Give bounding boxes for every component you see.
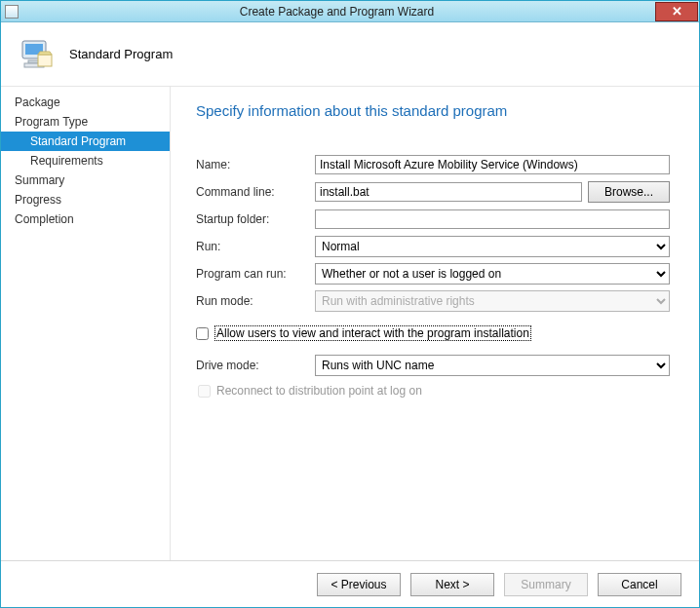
title-bar: Create Package and Program Wizard ✕ [1,1,699,22]
sidebar-item-program-type[interactable]: Program Type [1,112,170,132]
name-input[interactable] [315,155,670,174]
close-icon: ✕ [672,4,682,19]
run-label: Run: [196,240,315,253]
allow-interact-checkbox[interactable] [196,327,209,340]
wizard-header: Standard Program [1,22,699,87]
program-can-run-label: Program can run: [196,267,315,281]
sidebar-item-progress[interactable]: Progress [1,190,170,209]
run-mode-select: Run with administrative rights [315,290,670,312]
sidebar-item-package[interactable]: Package [1,93,170,112]
sidebar-item-requirements[interactable]: Requirements [1,151,170,171]
command-line-label: Command line: [196,185,315,199]
close-button[interactable]: ✕ [655,2,698,21]
run-select[interactable]: Normal [315,236,670,257]
browse-button[interactable]: Browse... [588,181,670,203]
system-icon [5,5,19,19]
window-title: Create Package and Program Wizard [19,5,655,19]
drive-mode-select[interactable]: Runs with UNC name [315,355,670,376]
wizard-footer: < Previous Next > Summary Cancel [1,560,699,607]
drive-mode-label: Drive mode: [196,359,315,372]
reconnect-row: Reconnect to distribution point at log o… [198,384,670,398]
previous-button[interactable]: < Previous [317,573,401,596]
cancel-button[interactable]: Cancel [598,573,681,596]
allow-interact-row: Allow users to view and interact with th… [196,325,670,341]
page-instruction: Specify information about this standard … [196,102,670,119]
sidebar-item-standard-program[interactable]: Standard Program [1,132,170,151]
run-mode-label: Run mode: [196,294,315,308]
startup-folder-input[interactable] [315,209,670,229]
sidebar-item-summary[interactable]: Summary [1,171,170,190]
startup-folder-label: Startup folder: [196,212,315,226]
content-area: Specify information about this standard … [171,87,699,560]
name-label: Name: [196,158,315,171]
next-button[interactable]: Next > [410,573,494,596]
wizard-window: Create Package and Program Wizard ✕ Stan… [0,0,700,608]
svg-rect-4 [38,55,52,66]
wizard-body: Package Program Type Standard Program Re… [1,87,699,560]
sidebar: Package Program Type Standard Program Re… [1,87,171,560]
reconnect-checkbox [198,385,211,398]
allow-interact-label: Allow users to view and interact with th… [214,325,531,341]
svg-marker-5 [38,52,52,55]
summary-button: Summary [504,573,588,596]
header-title: Standard Program [69,47,173,61]
computer-icon [17,35,56,74]
command-line-input[interactable] [315,182,582,202]
program-can-run-select[interactable]: Whether or not a user is logged on [315,263,670,285]
sidebar-item-completion[interactable]: Completion [1,209,170,229]
reconnect-label: Reconnect to distribution point at log o… [216,384,422,398]
